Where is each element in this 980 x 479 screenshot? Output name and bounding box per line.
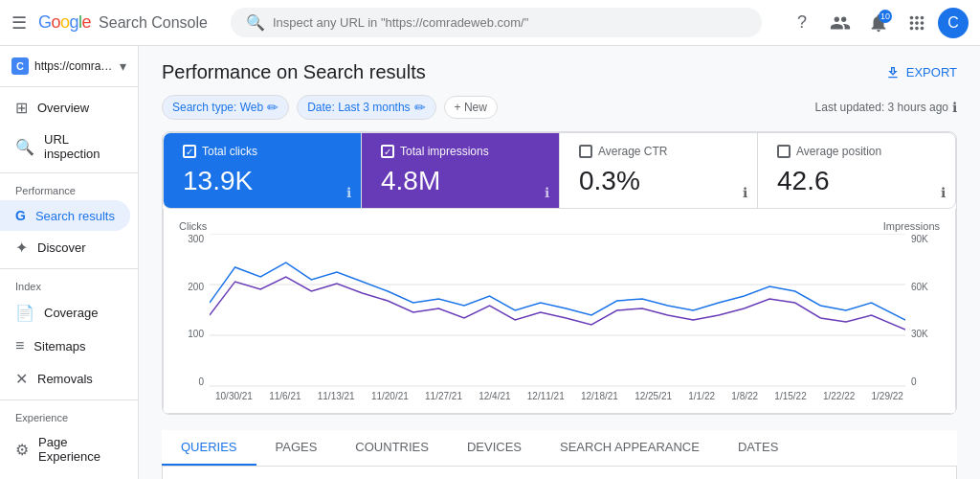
x-label-4: 11/27/21	[425, 391, 462, 401]
new-filter-button[interactable]: + New	[444, 96, 498, 119]
new-filter-label: + New	[455, 101, 487, 114]
impressions-label: Total impressions	[400, 145, 489, 158]
y-right-90k: 90K	[911, 234, 928, 244]
clicks-value: 13.9K	[183, 166, 342, 196]
clicks-info-icon[interactable]: ℹ	[346, 185, 351, 200]
y-right-60k: 60K	[911, 282, 928, 292]
avatar[interactable]: C	[938, 8, 969, 38]
impressions-info-icon[interactable]: ℹ	[545, 185, 549, 200]
chevron-down-icon: ▾	[120, 58, 126, 74]
help-button[interactable]: ?	[785, 6, 819, 40]
search-type-label: Search type: Web	[172, 101, 263, 114]
x-label-9: 1/1/22	[688, 391, 715, 401]
y-left-100: 100	[188, 329, 204, 339]
sidebar-label-sitemaps: Sitemaps	[33, 339, 85, 354]
tab-devices[interactable]: DEVICES	[448, 430, 541, 466]
tab-search-appearance[interactable]: SEARCH APPEARANCE	[541, 430, 719, 466]
section-index: Index	[0, 273, 138, 296]
metric-cards: Total clicks 13.9K ℹ Total impressions 4…	[163, 132, 956, 209]
impressions-checkbox[interactable]	[381, 145, 394, 158]
url-inspection-icon: 🔍	[15, 138, 34, 156]
chart-container: Clicks Impressions 300 200 100 0	[163, 209, 956, 414]
overview-icon: ⊞	[15, 99, 28, 117]
tab-pages[interactable]: PAGES	[256, 430, 337, 466]
sidebar-item-discover[interactable]: ✦ Discover	[0, 231, 130, 264]
y-right-0: 0	[911, 376, 917, 387]
position-info-icon[interactable]: ℹ	[941, 185, 946, 200]
section-performance: Performance	[0, 177, 138, 200]
sidebar-item-overview[interactable]: ⊞ Overview	[0, 91, 130, 125]
search-input[interactable]	[273, 15, 746, 30]
section-experience: Experience	[0, 404, 138, 427]
metric-header-ctr: Average CTR	[579, 145, 738, 158]
site-icon: C	[11, 57, 29, 75]
sidebar-item-removals[interactable]: ✕ Removals	[0, 362, 130, 396]
y-right-30k: 30K	[911, 329, 928, 339]
site-selector[interactable]: C https://comradeweb... ▾	[0, 46, 138, 82]
content-inner: Performance on Search results EXPORT Sea…	[139, 46, 980, 479]
topbar: ☰ Google Search Console 🔍 ? 10 C	[0, 0, 980, 46]
sidebar-label-url-inspection: URL inspection	[44, 132, 115, 161]
ctr-info-icon[interactable]: ℹ	[743, 185, 747, 200]
sidebar-item-page-experience[interactable]: ⚙ Page Experience	[0, 427, 130, 471]
position-checkbox[interactable]	[777, 145, 791, 158]
metric-card-ctr[interactable]: Average CTR 0.3% ℹ	[560, 133, 758, 208]
notifications-button[interactable]: 10	[861, 6, 896, 40]
sidebar-divider	[0, 86, 138, 87]
position-label: Average position	[796, 145, 881, 158]
clicks-checkbox[interactable]	[183, 145, 196, 158]
y-left-200: 200	[188, 282, 204, 292]
search-bar[interactable]: 🔍	[231, 8, 762, 37]
sidebar-label-coverage: Coverage	[44, 306, 98, 320]
sidebar-label-discover: Discover	[37, 240, 86, 255]
metric-card-impressions[interactable]: Total impressions 4.8M ℹ	[362, 133, 560, 208]
search-type-filter[interactable]: Search type: Web ✏	[162, 95, 289, 120]
topbar-icons: ? 10 C	[785, 6, 969, 40]
tab-queries[interactable]: QUERIES	[162, 430, 256, 466]
y-left-label: Clicks	[179, 220, 207, 232]
x-label-3: 11/20/21	[371, 391, 409, 401]
x-label-2: 11/13/21	[318, 391, 355, 401]
table-toolbar: Top queries Clicks Impressions	[163, 467, 956, 479]
export-label: EXPORT	[906, 65, 957, 80]
metrics-chart-container: Total clicks 13.9K ℹ Total impressions 4…	[162, 131, 957, 415]
google-logo: Google	[38, 12, 91, 33]
sidebar-item-search-results[interactable]: G Search results	[0, 200, 130, 231]
sidebar-label-overview: Overview	[37, 101, 89, 115]
metric-card-clicks[interactable]: Total clicks 13.9K ℹ	[164, 133, 362, 208]
metric-card-position[interactable]: Average position 42.6 ℹ	[758, 133, 955, 208]
tab-countries[interactable]: COUNTRIES	[336, 430, 448, 466]
ctr-checkbox[interactable]	[579, 145, 592, 158]
edit-date-icon: ✏	[414, 100, 426, 115]
menu-icon[interactable]: ☰	[11, 12, 27, 34]
x-label-5: 12/4/21	[479, 391, 510, 401]
filter-bar: Search type: Web ✏ Date: Last 3 months ✏…	[162, 95, 957, 120]
discover-icon: ✦	[15, 239, 28, 257]
x-label-12: 1/22/22	[823, 391, 855, 401]
people-icon-button[interactable]	[823, 6, 858, 40]
main-layout: C https://comradeweb... ▾ ⊞ Overview 🔍 U…	[0, 46, 980, 479]
sidebar-item-core-web-vitals[interactable]: ⚙ Core Web Vitals	[0, 471, 130, 479]
sidebar-item-url-inspection[interactable]: 🔍 URL inspection	[0, 125, 130, 169]
ctr-value: 0.3%	[579, 166, 738, 196]
y-right-label: Impressions	[883, 220, 940, 232]
site-url: https://comradeweb...	[34, 59, 114, 73]
y-axis-left: 300 200 100 0	[179, 234, 210, 387]
sidebar-item-sitemaps[interactable]: ≡ Sitemaps	[0, 330, 130, 362]
last-updated: Last updated: 3 hours ago ℹ	[815, 100, 957, 115]
coverage-icon: 📄	[15, 304, 34, 322]
sidebar-label-search-results: Search results	[35, 209, 115, 223]
metric-header-clicks: Total clicks	[183, 145, 342, 158]
apps-button[interactable]	[900, 6, 934, 40]
sidebar-divider-2	[0, 172, 138, 173]
y-left-300: 300	[188, 234, 204, 244]
tab-dates[interactable]: DATES	[719, 430, 797, 466]
sidebar-item-coverage[interactable]: 📄 Coverage	[0, 296, 130, 330]
x-label-7: 12/18/21	[581, 391, 618, 401]
clicks-label: Total clicks	[202, 145, 257, 158]
x-label-1: 11/6/21	[269, 391, 301, 401]
sidebar-divider-4	[0, 399, 138, 400]
search-icon: 🔍	[246, 13, 265, 32]
export-button[interactable]: EXPORT	[885, 65, 957, 80]
date-filter[interactable]: Date: Last 3 months ✏	[297, 95, 435, 120]
